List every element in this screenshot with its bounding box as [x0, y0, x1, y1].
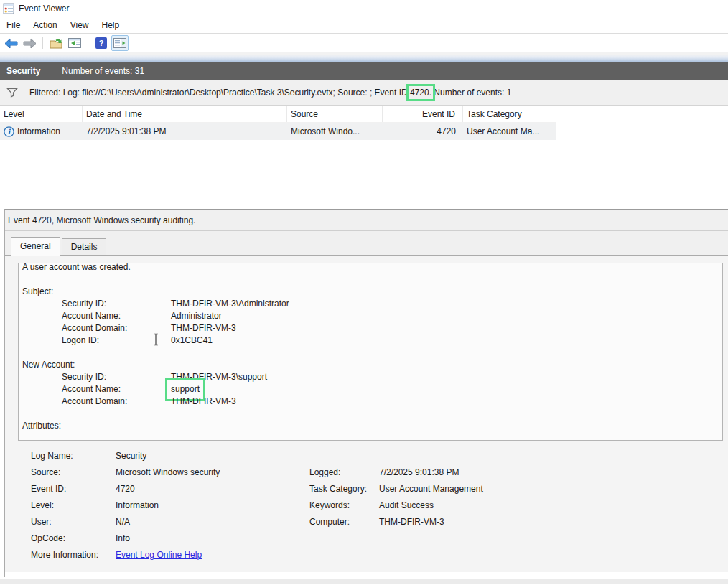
menu-view[interactable]: View — [64, 18, 95, 32]
property-label: Task Category: — [309, 484, 379, 494]
log-header: Security Number of events: 31 — [0, 62, 728, 80]
property-row: Source: Microsoft Windows security Logge… — [31, 464, 723, 480]
property-value: Info — [116, 533, 309, 543]
tab-general[interactable]: General — [11, 237, 60, 256]
show-action-pane-button[interactable] — [111, 35, 129, 51]
field-value: THM-DFIR-VM-3 — [171, 322, 236, 334]
tab-strip: General Details — [5, 231, 728, 256]
event-viewer-icon — [3, 3, 14, 14]
field-value: 0x1CBC41 — [171, 334, 213, 347]
level-text: Information — [17, 126, 60, 136]
property-row: Event ID: 4720 Task Category: User Accou… — [31, 480, 723, 497]
property-value: THM-DFIR-VM-3 — [379, 517, 723, 527]
new-account-section-title: New Account: — [22, 359, 722, 371]
column-header-level[interactable]: Level — [0, 106, 83, 122]
forward-arrow-icon — [23, 38, 37, 49]
event-summary: Event 4720, Microsoft Windows security a… — [5, 210, 728, 231]
description-intro: A user account was created. — [22, 263, 722, 273]
cell-level: i Information — [0, 123, 83, 140]
back-button[interactable] — [2, 35, 19, 51]
property-label: Level: — [31, 500, 116, 510]
property-value: 7/2/2025 9:01:38 PM — [379, 467, 723, 477]
field-label: Account Name: — [22, 310, 171, 322]
field-label: Account Domain: — [22, 396, 171, 408]
filter-text-suffix: Number of events: 1 — [431, 88, 511, 98]
event-count: Number of events: 31 — [62, 66, 144, 76]
field-row: Security ID: THM-DFIR-VM-3\support — [22, 371, 722, 383]
log-name: Security — [6, 66, 40, 76]
column-header-date-time[interactable]: Date and Time — [83, 106, 287, 122]
property-label: More Information: — [31, 550, 116, 560]
cell-date-time: 7/2/2025 9:01:38 PM — [83, 123, 287, 140]
support-account-annotation: support — [171, 383, 200, 396]
filter-bar: Filtered: Log: file://C:\Users\Administr… — [0, 80, 728, 106]
title-bar: Event Viewer — [0, 0, 728, 17]
events-table: Level Date and Time Source Event ID Task… — [0, 106, 556, 209]
cell-source: Microsoft Windo... — [287, 123, 383, 140]
cell-event-id: 4720 — [383, 123, 463, 140]
filter-text-prefix: Filtered: Log: file://C:\Users\Administr… — [29, 88, 410, 98]
column-header-source[interactable]: Source — [287, 106, 383, 122]
field-label: Security ID: — [22, 298, 171, 310]
text-cursor-pointer — [152, 333, 159, 350]
property-label: Keywords: — [309, 500, 379, 510]
general-tab-page: A user account was created. Subject: Sec… — [5, 256, 728, 572]
field-row: Account Domain: THM-DFIR-VM-3 — [22, 322, 722, 334]
property-row: User: N/A Computer: THM-DFIR-VM-3 — [31, 513, 723, 530]
filter-icon — [6, 88, 18, 98]
event-log-online-help-link[interactable]: Event Log Online Help — [116, 550, 202, 560]
help-button[interactable]: ? — [93, 35, 110, 51]
events-table-empty-area — [0, 140, 556, 209]
field-label: Account Domain: — [22, 322, 171, 334]
field-row: Account Name: Administrator — [22, 310, 722, 322]
property-value: Audit Success — [379, 500, 723, 510]
tab-details[interactable]: Details — [62, 238, 107, 255]
property-label: OpCode: — [31, 533, 116, 543]
toolbar-separator — [88, 37, 88, 49]
column-header-task-category[interactable]: Task Category — [463, 106, 556, 122]
field-label: Account Name: — [22, 383, 171, 396]
open-saved-log-icon — [50, 37, 62, 49]
event-description[interactable]: A user account was created. Subject: Sec… — [18, 263, 723, 441]
forward-button[interactable] — [21, 35, 38, 51]
menu-help[interactable]: Help — [95, 18, 126, 32]
open-saved-log-button[interactable] — [47, 35, 65, 51]
property-value: Security — [116, 451, 309, 461]
menu-action[interactable]: Action — [27, 18, 63, 32]
filter-summary: Filtered: Log: file://C:\Users\Administr… — [29, 88, 511, 98]
property-label: Computer: — [309, 517, 379, 527]
event-id-annotation: 4720. — [410, 88, 431, 98]
field-value: THM-DFIR-VM-3\support — [171, 371, 267, 383]
field-value: Administrator — [171, 310, 222, 322]
event-properties: Log Name: Security Source: Microsoft Win… — [31, 447, 723, 563]
field-value: THM-DFIR-VM-3 — [171, 396, 236, 408]
property-label: User: — [31, 517, 116, 527]
field-label: Logon ID: — [22, 334, 171, 347]
window-title: Event Viewer — [19, 4, 69, 14]
show-console-tree-button[interactable] — [66, 35, 83, 51]
property-value: N/A — [116, 517, 309, 527]
back-arrow-icon — [4, 38, 18, 49]
property-row: Log Name: Security — [31, 447, 723, 464]
window-bottom-edge — [0, 577, 728, 584]
field-row: Account Domain: THM-DFIR-VM-3 — [22, 396, 722, 408]
event-preview-pane: Event 4720, Microsoft Windows security a… — [4, 209, 728, 577]
svg-text:?: ? — [99, 39, 104, 47]
property-value: User Account Management — [379, 484, 723, 494]
help-icon: ? — [95, 37, 107, 49]
property-row: OpCode: Info — [31, 530, 723, 546]
property-value: Information — [116, 500, 309, 510]
menu-file[interactable]: File — [0, 18, 27, 32]
attributes-section-title: Attributes: — [22, 420, 722, 432]
column-header-event-id[interactable]: Event ID — [383, 106, 463, 122]
event-row[interactable]: i Information 7/2/2025 9:01:38 PM Micros… — [0, 123, 556, 140]
field-row: Logon ID: 0x1CBC41 — [22, 334, 722, 347]
toolbar-separator — [42, 37, 43, 49]
property-value: Microsoft Windows security — [116, 467, 309, 477]
information-icon: i — [4, 126, 14, 137]
property-row: Level: Information Keywords: Audit Succe… — [31, 497, 723, 513]
menu-bar: File Action View Help — [0, 17, 728, 34]
property-label: Source: — [31, 467, 116, 477]
property-row: More Information: Event Log Online Help — [31, 546, 723, 563]
cell-task-category: User Account Ma... — [463, 123, 556, 140]
